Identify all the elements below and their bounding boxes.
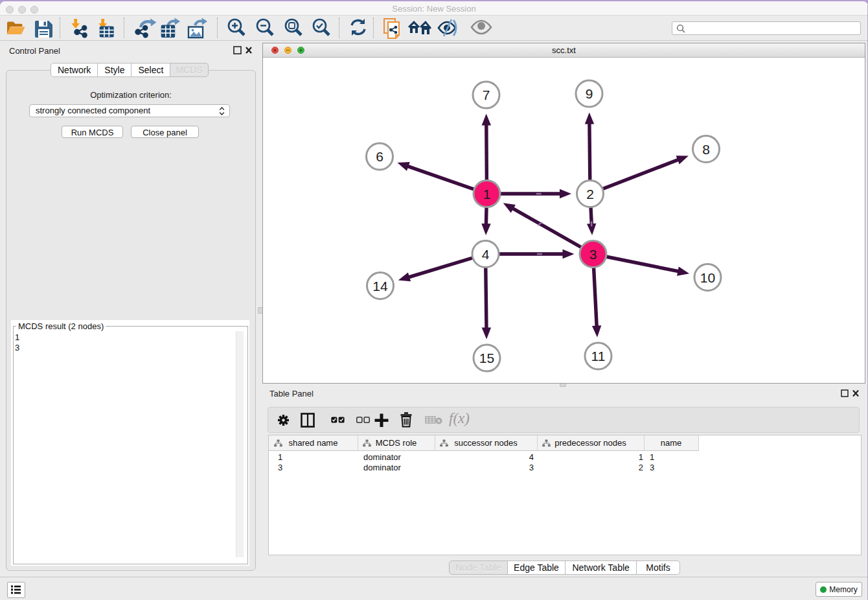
svg-text:1: 1: [483, 187, 491, 202]
svg-text:9: 9: [586, 86, 593, 101]
svg-text:2: 2: [586, 187, 594, 202]
svg-text:3: 3: [589, 247, 597, 262]
svg-text:10: 10: [700, 270, 715, 285]
svg-text:11: 11: [591, 349, 606, 363]
svg-text:6: 6: [376, 149, 383, 164]
svg-text:7: 7: [483, 87, 490, 102]
svg-text:15: 15: [479, 351, 494, 365]
svg-text:4: 4: [482, 247, 490, 262]
svg-text:14: 14: [372, 279, 388, 294]
svg-text:8: 8: [702, 142, 710, 157]
